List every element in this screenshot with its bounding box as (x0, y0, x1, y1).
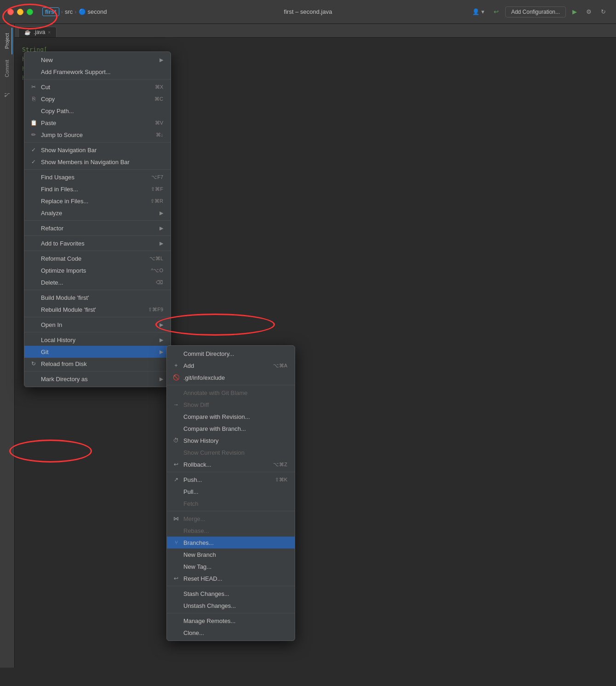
new-arrow-icon: ▶ (160, 57, 163, 63)
menu-item-mark-directory[interactable]: Mark Directory as▶ (24, 373, 171, 385)
separator-sep3 (24, 169, 171, 170)
menu-item-local-history[interactable]: Local History▶ (24, 334, 171, 346)
sidebar-tab-project[interactable]: Project (2, 28, 12, 54)
git-menu-item-push[interactable]: ↗Push...⇧⌘K (167, 474, 295, 486)
mark-directory-label: Mark Directory as (41, 376, 152, 383)
refactor-label: Refactor (41, 225, 152, 232)
menu-item-open-in[interactable]: Open In▶ (24, 319, 171, 331)
menu-item-jump-to-source[interactable]: ✏Jump to Source⌘↓ (24, 129, 171, 141)
menu-item-analyze[interactable]: Analyze▶ (24, 207, 171, 219)
git-merge-icon: ⋈ (172, 515, 180, 522)
git-rollback-icon: ↩ (172, 461, 180, 468)
git-submenu: Commit Directory...+Add⌥⌘A🚫.git/info/exc… (166, 345, 295, 641)
close-button[interactable] (7, 9, 14, 15)
menu-item-show-members[interactable]: ✓Show Members in Navigation Bar (24, 156, 171, 168)
git-menu-item-compare-revision[interactable]: Compare with Revision... (167, 411, 295, 423)
vcs-button[interactable]: ↩ (491, 6, 502, 17)
jump-to-source-shortcut: ⌘↓ (156, 132, 164, 138)
breadcrumb-src[interactable]: src (65, 8, 73, 15)
sidebar-tab-commit[interactable]: Commit (2, 54, 12, 83)
git-add-label: Add (183, 362, 269, 369)
git-menu-item-manage-remotes[interactable]: Manage Remotes... (167, 615, 295, 627)
breadcrumb-file[interactable]: second (88, 8, 107, 15)
project-name[interactable]: first (42, 7, 59, 16)
tab-label: .java (34, 29, 45, 35)
copy-label: Copy (41, 96, 151, 103)
menu-item-add-to-favorites[interactable]: Add to Favorites▶ (24, 237, 171, 249)
breadcrumb-sep2: › (74, 8, 76, 15)
git-clone-label: Clone... (183, 629, 287, 636)
menu-item-add-framework[interactable]: Add Framework Support... (24, 66, 171, 78)
add-framework-label: Add Framework Support... (41, 69, 163, 75)
separator-sep4 (24, 220, 171, 221)
menu-item-show-nav[interactable]: ✓Show Navigation Bar (24, 144, 171, 156)
analyze-arrow-icon: ▶ (160, 210, 163, 216)
menu-item-build-module[interactable]: Build Module 'first' (24, 292, 171, 303)
git-menu-item-add[interactable]: +Add⌥⌘A (167, 360, 295, 372)
separator-sep8 (24, 317, 171, 317)
menu-item-find-in-files[interactable]: Find in Files...⇧⌘F (24, 183, 171, 195)
menu-item-copy[interactable]: ⎘Copy⌘C (24, 93, 171, 105)
menu-item-reload-disk[interactable]: ↻Reload from Disk (24, 358, 171, 370)
git-menu-item-clone[interactable]: Clone... (167, 627, 295, 639)
git-menu-item-new-branch[interactable]: New Branch (167, 549, 295, 560)
menu-item-find-usages[interactable]: Find Usages⌥F7 (24, 171, 171, 183)
menu-item-replace-in-files[interactable]: Replace in Files...⇧⌘R (24, 195, 171, 207)
run-button[interactable]: ▶ (570, 6, 580, 17)
separator-sep5 (24, 235, 171, 236)
java-file-icon: ☕ (24, 29, 31, 35)
menu-item-cut[interactable]: ✂Cut⌘X (24, 81, 171, 93)
git-menu-item-annotate-blame: Annotate with Git Blame (167, 387, 295, 399)
paste-label: Paste (41, 120, 151, 126)
gear-button[interactable]: ⚙ (583, 6, 594, 17)
git-compare-revision-label: Compare with Revision... (183, 413, 287, 420)
menu-item-delete[interactable]: Delete...⌫ (24, 276, 171, 288)
git-menu-item-branches[interactable]: ⑂Branches... (167, 537, 295, 549)
minimize-button[interactable] (17, 9, 23, 15)
separator-sep6 (24, 251, 171, 251)
add-to-favorites-label: Add to Favorites (41, 240, 152, 247)
menu-item-rebuild-module[interactable]: Rebuild Module 'first'⇧⌘F9 (24, 303, 171, 315)
menu-item-new[interactable]: New▶ (24, 54, 171, 66)
git-menu-item-new-tag[interactable]: New Tag... (167, 560, 295, 572)
git-menu-item-unstash-changes[interactable]: Unstash Changes... (167, 600, 295, 612)
menu-item-reformat-code[interactable]: Reformat Code⌥⌘L (24, 252, 171, 264)
tab-close[interactable]: × (48, 30, 51, 35)
git-menu-item-compare-branch[interactable]: Compare with Branch... (167, 423, 295, 434)
git-menu-item-rollback[interactable]: ↩Rollback...⌥⌘Z (167, 458, 295, 470)
menu-item-refactor[interactable]: Refactor▶ (24, 222, 171, 234)
menu-item-copy-path[interactable]: Copy Path... (24, 105, 171, 117)
git-menu-item-pull[interactable]: Pull... (167, 486, 295, 497)
add-configuration-button[interactable]: Add Configuration... (505, 6, 566, 17)
git-reset-head-icon: ↩ (172, 575, 180, 582)
git-menu-item-commit-dir[interactable]: Commit Directory... (167, 348, 295, 360)
git-menu-item-reset-head[interactable]: ↩Reset HEAD... (167, 572, 295, 584)
left-sidebar: Project Commit ⎇ (0, 24, 15, 668)
paste-shortcut: ⌘V (155, 120, 163, 126)
git-branches-label: Branches... (183, 539, 287, 546)
person-button[interactable]: 👤 ▾ (469, 6, 487, 17)
reload-disk-icon: ↻ (30, 360, 37, 367)
menu-item-optimize-imports[interactable]: Optimize Imports^⌥O (24, 264, 171, 276)
cut-icon: ✂ (30, 84, 37, 90)
traffic-lights (7, 9, 33, 15)
refactor-arrow-icon: ▶ (160, 225, 163, 231)
git-compare-branch-label: Compare with Branch... (183, 425, 287, 432)
sidebar-tab-vcs[interactable]: ⎇ (2, 86, 12, 103)
git-new-branch-label: New Branch (183, 551, 287, 558)
git-menu-item-stash-changes[interactable]: Stash Changes... (167, 588, 295, 600)
git-menu-item-show-history[interactable]: ⏱Show History (167, 434, 295, 446)
show-nav-icon: ✓ (30, 147, 37, 153)
maximize-button[interactable] (27, 9, 33, 15)
menu-item-paste[interactable]: 📋Paste⌘V (24, 117, 171, 129)
git-menu-item-git-exclude[interactable]: 🚫.git/info/exclude (167, 372, 295, 383)
editor-tab-java[interactable]: ☕ .java × (18, 27, 57, 37)
copy-path-label: Copy Path... (41, 108, 163, 114)
rebuild-module-shortcut: ⇧⌘F9 (148, 307, 163, 313)
update-button[interactable]: ↻ (598, 6, 609, 17)
editor-area: ☕ .java × String[ hello gi hello gi hell… (15, 24, 616, 668)
open-in-label: Open In (41, 321, 152, 328)
menu-item-git[interactable]: Git▶ (24, 346, 171, 358)
main-layout: Project Commit ⎇ ☕ .java × String[ hello… (0, 24, 616, 668)
git-separator-sep1 (167, 385, 295, 385)
